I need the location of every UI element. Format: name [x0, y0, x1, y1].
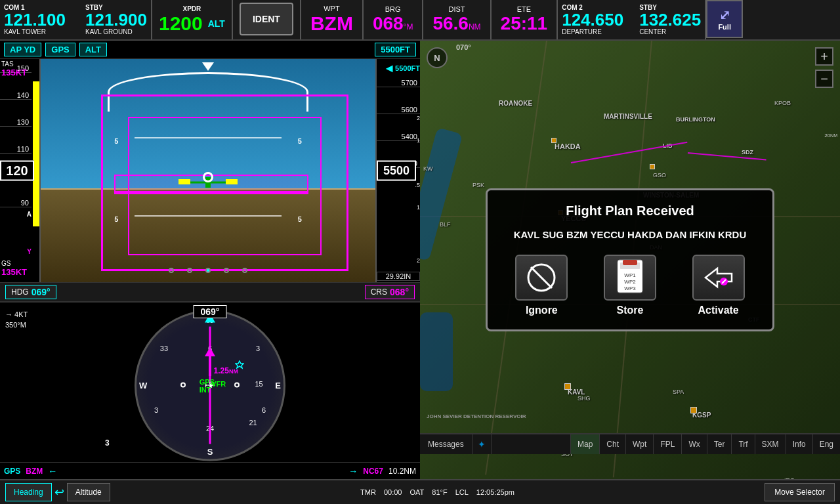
- xpdr-label: XPDR: [183, 5, 201, 12]
- bottom-bar: Heading ↩ Altitude TMR 00:00 OAT 81°F LC…: [0, 479, 840, 504]
- from-wpt: BZM: [26, 467, 43, 476]
- ignore-icon: [515, 255, 568, 301]
- ete-label: ETE: [517, 5, 531, 13]
- attitude-center-circle: [203, 172, 213, 182]
- wind-speed: 4KT: [14, 310, 28, 318]
- ap-bar: AP YD GPS ALT 5500FT: [0, 41, 420, 59]
- com1-stby-freq[interactable]: 121.900: [85, 11, 147, 28]
- top-bar: COM 1 121.100 KAVL TOWER STBY 121.900 KA…: [0, 0, 840, 41]
- pitch-label-5r: 5: [298, 137, 302, 145]
- pitch-label-5l: 5: [114, 137, 134, 145]
- hsi-container: 069° → 4KT 350°M N S E W 33 3 3 6 24 6: [0, 301, 420, 462]
- crs-value: 068°: [390, 287, 409, 297]
- vsi-marker-1b: .5: [415, 182, 420, 188]
- arrow-left-icon: ←: [48, 466, 57, 476]
- svg-text:WP3: WP3: [624, 285, 636, 291]
- dist-section: DIST 56.6 NM: [423, 0, 491, 39]
- heading-button[interactable]: Heading: [5, 483, 52, 501]
- gs-value: 135KT: [1, 267, 27, 277]
- hdg-value: 069°: [32, 287, 51, 297]
- activate-button[interactable]: Activate: [686, 255, 751, 316]
- store-button[interactable]: WP1 WP2 WP3 Store: [597, 255, 663, 316]
- hdg-label: HDG: [11, 287, 29, 297]
- compass-3: 3: [256, 345, 260, 352]
- svg-rect-7: [623, 260, 637, 265]
- speed-tape: 150 140 130 110 100 90 120 A Y: [0, 59, 41, 282]
- crs-label: CRS: [371, 287, 387, 297]
- hdg-box: HDG 069°: [5, 285, 56, 299]
- wind-arrow-icon: →: [5, 310, 12, 318]
- ap-mode: AP YD: [4, 43, 41, 56]
- xpdr-code[interactable]: 1200: [159, 12, 203, 35]
- alt-tick: 5700: [377, 79, 420, 87]
- dist-value: 56.6 NM: [432, 13, 480, 34]
- hsi-course-arrow: [205, 347, 215, 376]
- speed-tick: 130: [0, 118, 32, 127]
- cdi-dot-2: [234, 383, 240, 388]
- bottom-status: TMR 00:00 OAT 81°F LCL 12:05:25pm: [360, 488, 514, 496]
- compass-e: E: [275, 381, 281, 390]
- store-icon: WP1 WP2 WP3: [604, 255, 656, 301]
- mode-dots: [169, 268, 247, 273]
- arrow-right-icon: →: [348, 466, 358, 476]
- speed-y-marker: Y: [27, 248, 32, 255]
- status-strip: GPS BZM ← → NC67 10.2NM: [0, 462, 420, 479]
- com2-active-freq[interactable]: 124.650: [562, 11, 623, 28]
- activate-symbol: [699, 261, 738, 295]
- dialog-route: KAVL SUG BZM YECCU HAKDA DAN IFKIN KRDU: [501, 228, 759, 242]
- alt-bug-display: ◄ 5500FT: [377, 62, 420, 75]
- fullscreen-label: Full: [718, 23, 731, 31]
- lcl-time: 12:05:25pm: [476, 488, 514, 496]
- attitude-indicator: 5 5 5 5: [41, 59, 375, 282]
- oat-label: OAT: [410, 488, 424, 496]
- speed-tick: 140: [0, 91, 32, 100]
- wpt-label: WPT: [324, 5, 339, 12]
- bottom-arrow-icon: ↩: [52, 485, 67, 499]
- wind-direction: 350°M: [5, 321, 26, 329]
- speed-tick: 110: [0, 145, 32, 154]
- com2-section: COM 2 124.650 DEPARTURE STBY 132.625 CEN…: [558, 0, 706, 39]
- waypoint-icon: [235, 360, 244, 369]
- alt-bug-arrow-icon: ◄: [383, 62, 395, 75]
- move-selector-button[interactable]: Move Selector: [765, 483, 835, 501]
- dist-label: DIST: [448, 5, 465, 13]
- altitude-button[interactable]: Altitude: [67, 483, 110, 501]
- hdg-crs-row: HDG 069° CRS 068°: [0, 282, 420, 301]
- gps-label: GPS: [4, 467, 20, 476]
- wing-tip-left: [178, 179, 190, 184]
- fullscreen-button[interactable]: ⤢ Full: [706, 0, 743, 38]
- svg-line-1: [531, 267, 552, 288]
- pitch-label-m5r: 5: [298, 215, 302, 223]
- alt-tape: ◄ 5500FT 5700 5600 5400 5300 5500 2 1 .5…: [375, 59, 420, 282]
- ete-section: ETE 25:11: [492, 0, 558, 39]
- nav-mode: GPS: [45, 43, 75, 56]
- ete-value: 25:11: [501, 13, 548, 34]
- speed-current: 120: [0, 160, 34, 180]
- dialog-title: Flight Plan Received: [501, 203, 759, 219]
- speed-ticks: 150 140 130 110 100 90: [0, 59, 32, 207]
- tmr-label: TMR: [360, 488, 376, 496]
- store-label: Store: [617, 304, 644, 316]
- compass-w: W: [139, 381, 147, 390]
- wpt-section: WPT BZM: [300, 0, 364, 39]
- cdi-dot-1: [180, 383, 186, 388]
- mode-dot: [242, 268, 247, 273]
- compass-s: S: [207, 446, 213, 456]
- attitude-arc: [108, 72, 308, 112]
- pfd-panel: AP YD GPS ALT 5500FT TAS 135KT 150 140 1…: [0, 41, 420, 479]
- course-up-arrow: [205, 347, 215, 356]
- activate-label: Activate: [698, 304, 739, 316]
- main-area: AP YD GPS ALT 5500FT TAS 135KT 150 140 1…: [0, 41, 840, 479]
- com1-active-freq[interactable]: 121.100: [4, 11, 66, 28]
- to-wpt: NC67: [363, 467, 383, 476]
- store-symbol: WP1 WP2 WP3: [614, 259, 646, 297]
- ident-button[interactable]: IDENT: [240, 3, 293, 35]
- vfr-label: VFR: [211, 380, 226, 388]
- bank-indicator: [202, 62, 214, 71]
- com2-stby-freq[interactable]: 132.625: [639, 11, 701, 28]
- ignore-button[interactable]: Ignore: [509, 255, 574, 316]
- mode-dot-active: [205, 268, 211, 273]
- compass-30: 3: [154, 406, 158, 414]
- alt-tick: 5400: [377, 133, 420, 141]
- compass-6: 6: [262, 406, 266, 414]
